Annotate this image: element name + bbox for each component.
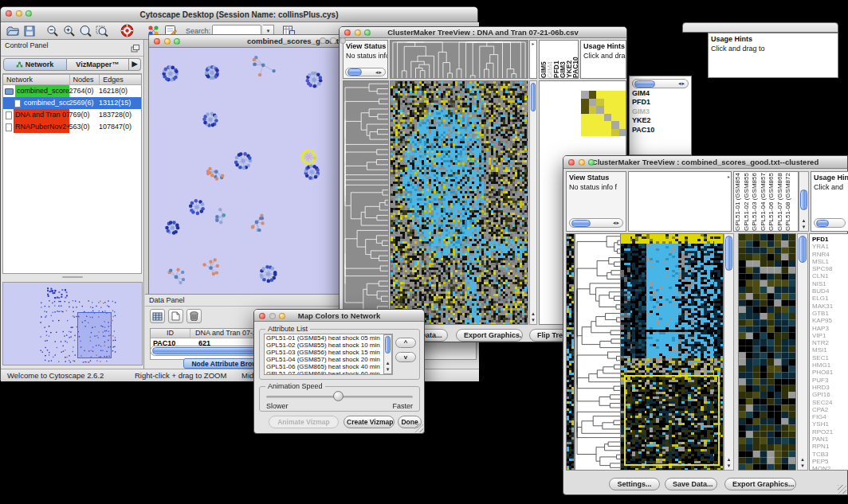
gene-label[interactable]: HRD3 — [810, 384, 848, 391]
minimize-button[interactable] — [330, 37, 336, 44]
zoom-selected-icon[interactable] — [78, 24, 93, 38]
tab-overflow-button[interactable]: ▶ — [129, 58, 141, 71]
label-vscrollbar[interactable]: ▴▾ — [799, 171, 809, 232]
gene-label[interactable]: TCB3 — [810, 451, 848, 458]
gene-label[interactable]: SPC98 — [810, 265, 848, 272]
move-up-button[interactable]: ^ — [395, 338, 416, 348]
attribute-item[interactable]: GPL51-01 (GSM854) heat shock 05 min — [265, 334, 392, 342]
dialog-title-bar[interactable]: Map Colors to Network — [254, 310, 424, 322]
gene-label[interactable]: NTR2 — [810, 339, 848, 346]
status-scrollbar[interactable]: ◂▸ — [569, 218, 623, 228]
mini-scroll-strip[interactable]: ▸ — [529, 40, 537, 79]
gene-label[interactable]: YSH1 — [810, 420, 848, 428]
gene-label[interactable]: HAP3 — [810, 325, 848, 332]
gene-label[interactable]: VIP1 — [810, 332, 848, 339]
resize-grip[interactable] — [838, 485, 846, 494]
attribute-item[interactable]: GPL51-07 (GSM868) heat shock 60 min — [265, 370, 392, 375]
tab-network[interactable]: Network — [3, 58, 67, 71]
minimize-button[interactable] — [579, 159, 585, 166]
close-button[interactable] — [259, 313, 265, 319]
minimize-button[interactable] — [355, 29, 361, 36]
main-title-bar[interactable]: Cytoscape Desktop (Session Name: collins… — [1, 7, 477, 22]
close-button[interactable] — [320, 37, 326, 44]
column-dendrogram[interactable] — [390, 40, 528, 79]
gene-label[interactable]: SEC1 — [810, 354, 848, 361]
gene-label[interactable]: CPA2 — [810, 406, 848, 413]
resize-grip[interactable] — [414, 424, 423, 432]
gene-label[interactable]: GPI16 — [810, 391, 848, 398]
gene-label[interactable]: PFD1 — [630, 98, 691, 107]
settings-button[interactable]: Settings... — [609, 478, 660, 490]
column-dendrogram-empty[interactable]: ▸ — [628, 171, 732, 232]
column-label[interactable]: GPL51-06 (GSM865) — [768, 173, 776, 231]
minimize-button[interactable] — [16, 10, 22, 17]
treeview-combined-title-bar[interactable]: ClusterMaker TreeView : combined_scores_… — [563, 156, 847, 169]
gene-label[interactable]: GTB1 — [810, 310, 848, 317]
column-label[interactable]: GPL51-07 (GSM868) — [776, 173, 785, 231]
export-graphics-button[interactable]: Export Graphics... — [456, 329, 523, 342]
network-row-dna[interactable]: DNA and Tran 07 769(0) 183728(0) — [3, 109, 141, 121]
hints-scrollbar[interactable] — [814, 218, 846, 228]
new-attribute-icon[interactable] — [168, 309, 183, 323]
help-lifebuoy-icon[interactable] — [120, 24, 135, 38]
close-button[interactable] — [568, 159, 575, 166]
float-panel-icon[interactable] — [131, 40, 143, 56]
birdseye-view[interactable] — [2, 282, 143, 365]
treeview-dna-title-bar[interactable]: ClusterMaker TreeView : DNA and Tran 07-… — [340, 27, 626, 38]
zoom-button[interactable] — [340, 37, 346, 44]
zoom-heatmap-matrix[interactable] — [581, 91, 626, 136]
gene-label[interactable]: FIG4 — [810, 413, 848, 420]
zoom-vscrollbar[interactable]: ▴▾ — [797, 233, 808, 471]
gene-label[interactable]: MAK31 — [810, 303, 848, 310]
close-button[interactable] — [154, 38, 160, 45]
zoom-button[interactable] — [588, 159, 595, 166]
move-down-button[interactable]: v — [395, 352, 416, 362]
data-col-id[interactable]: ID — [151, 329, 190, 338]
gene-label[interactable]: GIM4 — [630, 89, 691, 99]
gene-label[interactable]: YRA1 — [810, 243, 848, 250]
zoom-out-icon[interactable] — [45, 24, 60, 38]
heatmap-vscrollbar[interactable]: ▴▾ — [724, 233, 734, 471]
zoom-button[interactable] — [364, 29, 371, 36]
zoom-in-icon[interactable] — [61, 24, 77, 38]
gene-label[interactable]: CLN1 — [810, 272, 848, 279]
fragment-zoom-scrollbar[interactable]: ◂▸ — [632, 79, 689, 88]
zoom-fit-icon[interactable] — [95, 24, 110, 38]
status-scrollbar[interactable]: ◂▸ — [345, 68, 386, 76]
column-label[interactable]: GPL51-08 (GSM872) — [784, 173, 793, 231]
gene-label[interactable]: RPN1 — [810, 443, 848, 450]
row-dendrogram[interactable] — [575, 233, 621, 471]
gene-label[interactable]: PUF3 — [810, 377, 848, 384]
gene-label[interactable]: RNR4 — [810, 251, 848, 258]
gene-label[interactable]: BUD4 — [810, 287, 848, 295]
gene-label[interactable]: ELG1 — [810, 295, 848, 302]
attribute-select-icon[interactable] — [150, 309, 165, 323]
column-label[interactable]: GPL51-02 (GSM855) — [743, 173, 752, 231]
save-data-button[interactable]: Save Data... — [665, 478, 717, 490]
global-heatmap[interactable] — [390, 80, 528, 325]
attribute-list-scrollbar[interactable]: ▴▾ — [383, 334, 392, 374]
delete-attribute-icon[interactable] — [186, 309, 202, 323]
gene-label[interactable]: PAC10 — [630, 126, 691, 135]
open-file-icon[interactable] — [5, 24, 20, 38]
attribute-item[interactable]: GPL51-02 (GSM855) heat shock 10 min — [265, 342, 392, 349]
attribute-item[interactable]: GPL51-03 (GSM856) heat shock 15 min — [265, 349, 392, 356]
gene-label[interactable]: NIS1 — [810, 280, 848, 287]
global-overview-strip[interactable] — [566, 233, 575, 471]
gene-label[interactable]: MSL1 — [810, 258, 848, 265]
zoom-button[interactable] — [174, 38, 180, 45]
minimize-button[interactable] — [164, 38, 171, 45]
network-row-selected[interactable]: combined_sco 2569(6) 13112(15) — [3, 97, 141, 109]
gene-label[interactable]: RPO21 — [810, 428, 848, 436]
create-vizmap-button[interactable]: Create Vizmap — [344, 416, 395, 428]
network-row-combined-scores[interactable]: combined_scores 2764(0) 16218(0) — [3, 85, 141, 97]
tab-vizmapper[interactable]: VizMapper™ — [67, 58, 130, 71]
row-dendrogram[interactable] — [343, 80, 389, 325]
gene-label[interactable]: SEC24 — [810, 399, 848, 406]
gene-label[interactable]: KAP95 — [810, 317, 848, 324]
save-icon[interactable] — [22, 24, 37, 38]
column-label[interactable]: GPL51-03 (GSM856) — [751, 173, 760, 231]
gene-label[interactable]: PAN1 — [810, 436, 848, 443]
zoom-heatmap[interactable] — [738, 233, 796, 471]
zoom-button[interactable] — [26, 10, 32, 17]
